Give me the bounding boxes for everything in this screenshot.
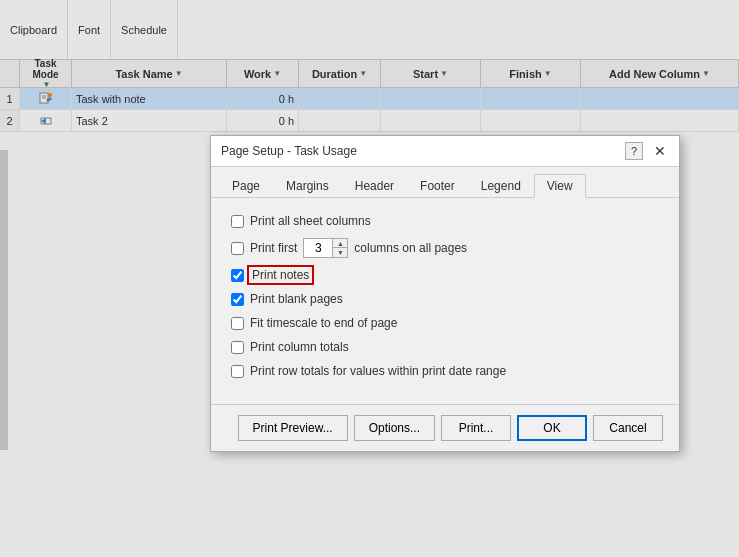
print-first-label: Print first	[250, 241, 297, 255]
fit-timescale-label: Fit timescale to end of page	[250, 316, 397, 330]
print-first-checkbox[interactable]	[231, 242, 244, 255]
tab-margins[interactable]: Margins	[273, 174, 342, 198]
print-blank-label: Print blank pages	[250, 292, 343, 306]
page-setup-dialog: Page Setup - Task Usage ? ✕ Page Margins…	[210, 135, 680, 452]
option-print-first: Print first ▲ ▼ columns on all pages	[231, 238, 659, 258]
spinner-up-arrow[interactable]: ▲	[333, 239, 347, 248]
tab-legend[interactable]: Legend	[468, 174, 534, 198]
dialog-titlebar: Page Setup - Task Usage ? ✕	[211, 136, 679, 167]
dialog-title: Page Setup - Task Usage	[221, 144, 357, 158]
close-button[interactable]: ✕	[651, 142, 669, 160]
print-preview-button[interactable]: Print Preview...	[238, 415, 348, 441]
print-row-totals-label: Print row totals for values within print…	[250, 364, 506, 378]
ok-button[interactable]: OK	[517, 415, 587, 441]
spinner-down-arrow[interactable]: ▼	[333, 248, 347, 257]
tab-bar: Page Margins Header Footer Legend View	[211, 167, 679, 198]
print-first-input[interactable]	[304, 239, 332, 257]
option-print-col-totals: Print column totals	[231, 340, 659, 354]
help-button[interactable]: ?	[625, 142, 643, 160]
dialog-content: Print all sheet columns Print first ▲ ▼ …	[211, 198, 679, 404]
print-blank-checkbox[interactable]	[231, 293, 244, 306]
print-all-sheet-checkbox[interactable]	[231, 215, 244, 228]
options-button[interactable]: Options...	[354, 415, 435, 441]
print-col-totals-label: Print column totals	[250, 340, 349, 354]
cancel-button[interactable]: Cancel	[593, 415, 663, 441]
tab-footer[interactable]: Footer	[407, 174, 468, 198]
print-notes-label: Print notes	[250, 268, 311, 282]
option-print-blank: Print blank pages	[231, 292, 659, 306]
option-print-notes: Print notes	[231, 268, 659, 282]
tab-header[interactable]: Header	[342, 174, 407, 198]
print-col-totals-checkbox[interactable]	[231, 341, 244, 354]
tab-page[interactable]: Page	[219, 174, 273, 198]
print-all-sheet-label: Print all sheet columns	[250, 214, 371, 228]
print-first-spinner: ▲ ▼	[303, 238, 348, 258]
option-print-all-sheet: Print all sheet columns	[231, 214, 659, 228]
dialog-controls: ? ✕	[625, 142, 669, 160]
print-first-suffix: columns on all pages	[354, 241, 467, 255]
dialog-footer: Print Preview... Options... Print... OK …	[211, 404, 679, 451]
fit-timescale-checkbox[interactable]	[231, 317, 244, 330]
print-button[interactable]: Print...	[441, 415, 511, 441]
option-print-row-totals: Print row totals for values within print…	[231, 364, 659, 378]
spinner-arrows: ▲ ▼	[332, 239, 347, 257]
print-row-totals-checkbox[interactable]	[231, 365, 244, 378]
tab-view[interactable]: View	[534, 174, 586, 198]
option-fit-timescale: Fit timescale to end of page	[231, 316, 659, 330]
print-notes-checkbox[interactable]	[231, 269, 244, 282]
